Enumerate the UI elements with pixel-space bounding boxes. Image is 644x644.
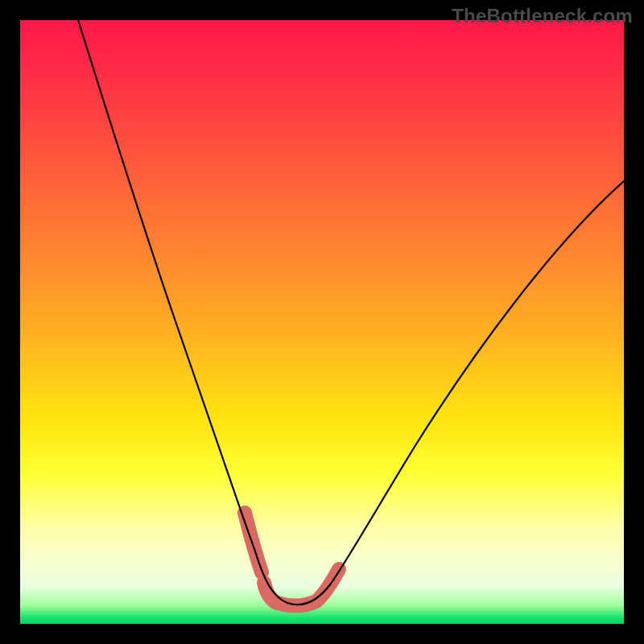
curve-layer	[20, 20, 624, 624]
chart-stage: TheBottleneck.com	[0, 0, 644, 644]
watermark-text: TheBottleneck.com	[452, 5, 633, 27]
bottleneck-curve	[78, 20, 624, 605]
